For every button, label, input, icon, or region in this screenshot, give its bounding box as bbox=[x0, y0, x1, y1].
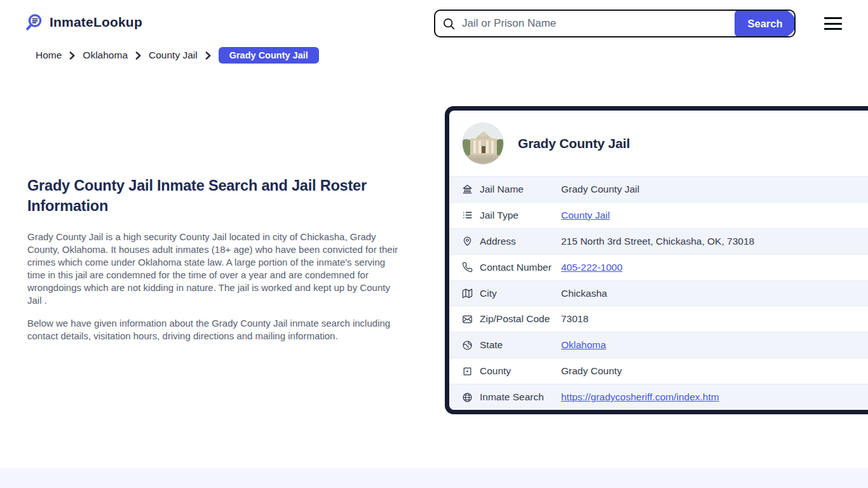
brand-name: InmateLookup bbox=[50, 15, 142, 30]
breadcrumb-oklahoma[interactable]: Oklahoma bbox=[83, 50, 128, 61]
page-title: Grady County Jail Inmate Search and Jail… bbox=[27, 175, 391, 216]
table-row-contact-number: Contact Number 405-222-1000 bbox=[449, 254, 868, 280]
breadcrumb-home[interactable]: Home bbox=[36, 50, 62, 61]
state-link[interactable]: Oklahoma bbox=[561, 339, 606, 351]
location-pin-icon bbox=[462, 236, 473, 247]
search-input[interactable] bbox=[456, 17, 735, 30]
brand-logo[interactable]: InmateLookup bbox=[24, 13, 142, 32]
card-header: Grady County Jail bbox=[449, 111, 868, 176]
jail-info-card: Grady County Jail Jail Name Grady County… bbox=[445, 106, 868, 414]
search-icon bbox=[442, 17, 456, 30]
table-row-county: County Grady County bbox=[449, 358, 868, 384]
breadcrumb-current-pill[interactable]: Grady County Jail bbox=[219, 47, 319, 64]
table-row-jail-type: Jail Type County Jail bbox=[449, 202, 868, 228]
table-row-state: State Oklahoma bbox=[449, 332, 868, 358]
table-row-city: City Chickasha bbox=[449, 280, 868, 306]
county-map-icon bbox=[462, 366, 473, 377]
jail-details-table: Jail Name Grady County Jail Jail Type Co… bbox=[449, 176, 868, 410]
breadcrumb: Home Oklahoma County Jail Grady County J… bbox=[36, 47, 319, 64]
globe-americas-icon bbox=[462, 340, 473, 351]
search-button[interactable]: Search bbox=[735, 10, 796, 37]
jail-type-link[interactable]: County Jail bbox=[561, 210, 610, 221]
chevron-right-icon bbox=[135, 51, 142, 60]
search-bar: Search bbox=[434, 10, 796, 37]
globe-icon bbox=[462, 392, 473, 403]
breadcrumb-county-jail[interactable]: County Jail bbox=[149, 50, 198, 61]
envelope-icon bbox=[462, 314, 473, 325]
table-row-jail-name: Jail Name Grady County Jail bbox=[449, 176, 868, 202]
list-icon bbox=[462, 210, 473, 220]
phone-icon bbox=[462, 262, 473, 273]
chevron-right-icon bbox=[205, 51, 212, 60]
footer-strip bbox=[0, 468, 868, 488]
table-row-inmate-search: Inmate Search https://gradycosheriff.com… bbox=[449, 384, 868, 410]
intro-paragraph: Grady County Jail is a high security Cou… bbox=[27, 231, 401, 307]
menu-hamburger-icon[interactable] bbox=[824, 17, 842, 30]
table-row-zip: Zip/Postal Code 73018 bbox=[449, 306, 868, 332]
jail-card-title: Grady County Jail bbox=[518, 136, 630, 151]
details-paragraph: Below we have given information about th… bbox=[27, 317, 401, 342]
bank-icon bbox=[462, 184, 473, 194]
chevron-right-icon bbox=[69, 51, 76, 60]
inmate-search-link[interactable]: https://gradycosheriff.com/index.htm bbox=[561, 391, 719, 403]
jail-photo bbox=[462, 123, 504, 165]
article: Grady County Jail Inmate Search and Jail… bbox=[27, 175, 409, 353]
map-icon bbox=[462, 288, 473, 299]
table-row-address: Address 215 North 3rd Street, Chickasha,… bbox=[449, 228, 868, 254]
magnifier-logo-icon bbox=[24, 13, 43, 32]
contact-number-link[interactable]: 405-222-1000 bbox=[561, 262, 623, 273]
